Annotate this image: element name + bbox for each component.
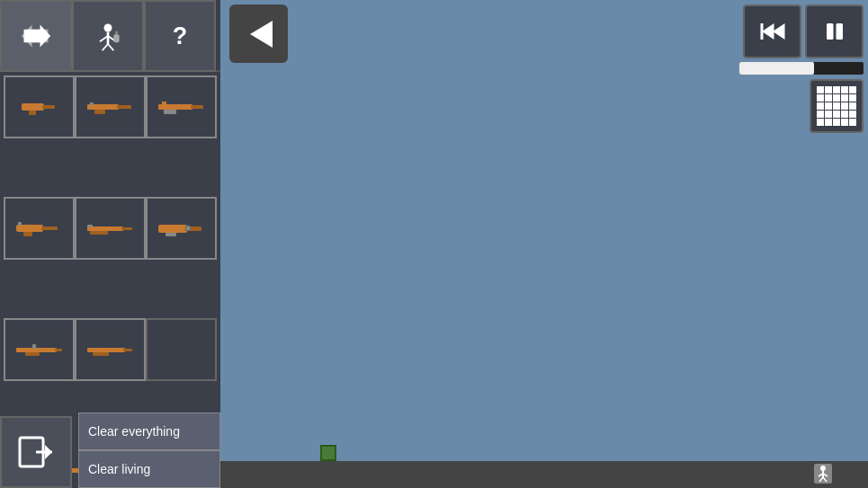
progress-bar-container <box>739 62 864 75</box>
svg-rect-24 <box>23 232 32 236</box>
weapon-cell-3[interactable] <box>146 75 217 138</box>
svg-line-6 <box>103 44 108 50</box>
svg-rect-39 <box>123 349 132 351</box>
weapon-cell-9[interactable] <box>146 318 217 381</box>
svg-rect-29 <box>87 225 93 227</box>
weapon-cell-2[interactable] <box>75 75 146 138</box>
machine-gun-icon <box>85 341 135 359</box>
svg-rect-28 <box>90 231 108 235</box>
svg-rect-35 <box>55 349 62 351</box>
svg-rect-22 <box>16 225 43 232</box>
svg-rect-48 <box>836 23 843 40</box>
svg-rect-21 <box>162 102 166 105</box>
help-button[interactable]: ? <box>144 0 216 72</box>
rewind-button[interactable] <box>743 4 801 58</box>
rewind-icon <box>759 18 786 45</box>
svg-rect-12 <box>42 105 55 109</box>
svg-rect-23 <box>41 226 58 230</box>
character-icon[interactable] <box>814 464 832 484</box>
rifle-icon <box>85 98 135 116</box>
svg-rect-30 <box>158 225 187 233</box>
svg-rect-27 <box>121 227 132 230</box>
exit-icon <box>16 432 56 472</box>
exit-button[interactable] <box>0 416 72 488</box>
svg-marker-57 <box>45 445 52 459</box>
top-right-controls <box>739 4 864 75</box>
swap-icon <box>20 20 52 52</box>
player-icon <box>92 20 124 52</box>
svg-rect-9 <box>115 31 118 36</box>
svg-line-53 <box>819 477 823 482</box>
svg-line-7 <box>108 44 113 50</box>
pause-icon <box>821 18 848 45</box>
progress-bar <box>739 62 814 75</box>
svg-rect-36 <box>25 352 40 356</box>
weapon-cell-4[interactable] <box>4 197 75 260</box>
playback-controls <box>743 4 864 58</box>
pause-button[interactable] <box>805 4 864 58</box>
character-figure-icon <box>815 465 831 483</box>
svg-rect-8 <box>113 34 119 42</box>
svg-rect-20 <box>164 110 176 114</box>
clear-everything-button[interactable]: Clear everything <box>78 413 220 450</box>
svg-marker-43 <box>250 21 273 48</box>
svg-rect-47 <box>827 23 834 40</box>
svg-rect-32 <box>166 233 176 236</box>
shotgun-icon <box>85 219 135 237</box>
svg-rect-37 <box>32 344 36 349</box>
heavy-gun-icon <box>157 219 206 237</box>
svg-rect-19 <box>191 105 203 109</box>
ground <box>220 461 868 488</box>
swap-button[interactable] <box>0 0 72 72</box>
grid-toggle-button[interactable] <box>810 79 864 133</box>
back-arrow-icon <box>241 16 277 52</box>
question-icon: ? <box>164 20 196 52</box>
clear-living-button[interactable]: Clear living <box>78 450 220 488</box>
svg-text:?: ? <box>173 22 188 49</box>
pistol-icon <box>17 98 62 116</box>
svg-point-2 <box>104 24 112 32</box>
svg-rect-40 <box>93 352 109 356</box>
weapon-cell-7[interactable] <box>4 318 75 381</box>
svg-rect-26 <box>87 226 123 231</box>
assault-rifle-icon <box>157 98 206 116</box>
green-square-object <box>320 445 336 461</box>
svg-marker-44 <box>773 23 785 40</box>
player-button[interactable] <box>72 0 144 72</box>
sniper-icon <box>14 341 64 359</box>
toolbar: ? <box>0 0 220 72</box>
svg-rect-46 <box>760 23 763 40</box>
svg-rect-15 <box>117 105 131 109</box>
svg-rect-17 <box>90 102 94 105</box>
svg-line-54 <box>823 477 827 482</box>
svg-point-49 <box>820 466 826 471</box>
back-arrow-button[interactable] <box>229 4 288 63</box>
svg-marker-45 <box>762 23 774 40</box>
weapon-cell-5[interactable] <box>75 197 146 260</box>
svg-rect-13 <box>29 111 36 115</box>
svg-rect-38 <box>87 348 125 352</box>
svg-marker-1 <box>22 24 49 47</box>
weapon-grid <box>0 72 220 443</box>
svg-rect-16 <box>94 110 105 114</box>
svg-rect-11 <box>22 103 44 111</box>
context-menu: Clear everything Clear living <box>78 413 220 488</box>
weapon-cell-6[interactable] <box>146 197 217 260</box>
svg-rect-25 <box>18 222 22 226</box>
grid-icon <box>817 86 856 126</box>
smg-icon <box>14 219 64 237</box>
weapon-cell-1[interactable] <box>4 75 75 138</box>
weapon-cell-8[interactable] <box>75 318 146 381</box>
svg-rect-34 <box>16 348 57 352</box>
svg-point-33 <box>185 226 191 231</box>
